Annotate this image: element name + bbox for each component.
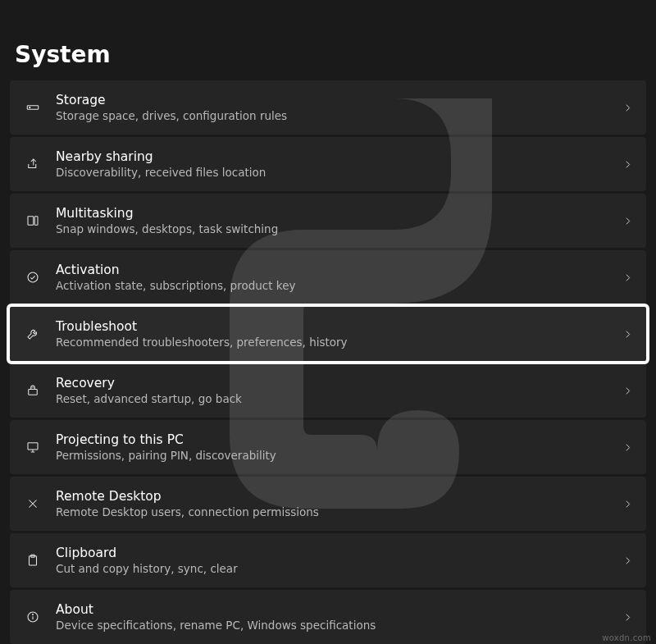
item-subtitle: Storage space, drives, configuration rul… [56, 109, 622, 122]
item-title: Activation [56, 263, 622, 277]
item-title: Nearby sharing [56, 149, 622, 164]
settings-item-remote-desktop[interactable]: Remote DesktopRemote Desktop users, conn… [10, 477, 646, 531]
share-icon [18, 157, 48, 171]
item-title: Clipboard [56, 546, 622, 560]
item-title: Storage [56, 93, 622, 107]
wrench-icon [18, 327, 48, 341]
item-title: Troubleshoot [56, 319, 622, 334]
item-subtitle: Device specifications, rename PC, Window… [56, 619, 622, 632]
item-title: About [56, 602, 622, 617]
settings-item-nearby-sharing[interactable]: Nearby sharingDiscoverability, received … [10, 137, 646, 191]
settings-item-recovery[interactable]: RecoveryReset, advanced startup, go back [10, 363, 646, 418]
chevron-right-icon [622, 159, 633, 170]
settings-item-troubleshoot[interactable]: TroubleshootRecommended troubleshooters,… [10, 307, 646, 361]
item-title: Multitasking [56, 206, 622, 221]
item-subtitle: Permissions, pairing PIN, discoverabilit… [56, 449, 622, 462]
chevron-right-icon [622, 499, 633, 509]
item-subtitle: Recommended troubleshooters, preferences… [56, 336, 622, 349]
remote-icon [18, 496, 48, 511]
item-title: Remote Desktop [56, 489, 622, 504]
settings-item-projecting-to-this-pc[interactable]: Projecting to this PCPermissions, pairin… [10, 420, 646, 474]
item-subtitle: Cut and copy history, sync, clear [56, 562, 622, 575]
chevron-right-icon [622, 555, 633, 566]
settings-item-storage[interactable]: StorageStorage space, drives, configurat… [10, 80, 646, 135]
project-icon [18, 440, 48, 454]
settings-list: StorageStorage space, drives, configurat… [0, 80, 656, 644]
multitask-icon [18, 213, 48, 228]
item-subtitle: Snap windows, desktops, task switching [56, 222, 622, 235]
chevron-right-icon [622, 216, 633, 226]
item-subtitle: Remote Desktop users, connection permiss… [56, 505, 622, 518]
item-title: Recovery [56, 376, 622, 391]
item-subtitle: Reset, advanced startup, go back [56, 392, 622, 405]
storage-icon [18, 100, 48, 115]
chevron-right-icon [622, 103, 633, 113]
settings-item-clipboard[interactable]: ClipboardCut and copy history, sync, cle… [10, 533, 646, 587]
info-icon [18, 610, 48, 624]
settings-item-activation[interactable]: ActivationActivation state, subscription… [10, 250, 646, 304]
chevron-right-icon [622, 612, 633, 623]
recovery-icon [18, 383, 48, 398]
settings-item-multitasking[interactable]: MultitaskingSnap windows, desktops, task… [10, 194, 646, 248]
clipboard-icon [18, 553, 48, 568]
item-title: Projecting to this PC [56, 432, 622, 447]
chevron-right-icon [622, 329, 633, 340]
item-subtitle: Discoverability, received files location [56, 166, 622, 179]
page-title: System [0, 0, 656, 80]
settings-item-about[interactable]: AboutDevice specifications, rename PC, W… [10, 590, 646, 644]
chevron-right-icon [622, 442, 633, 453]
item-subtitle: Activation state, subscriptions, product… [56, 279, 622, 292]
watermark-credit: woxdn.com [602, 633, 651, 642]
activation-icon [18, 270, 48, 285]
chevron-right-icon [622, 272, 633, 283]
chevron-right-icon [622, 386, 633, 396]
